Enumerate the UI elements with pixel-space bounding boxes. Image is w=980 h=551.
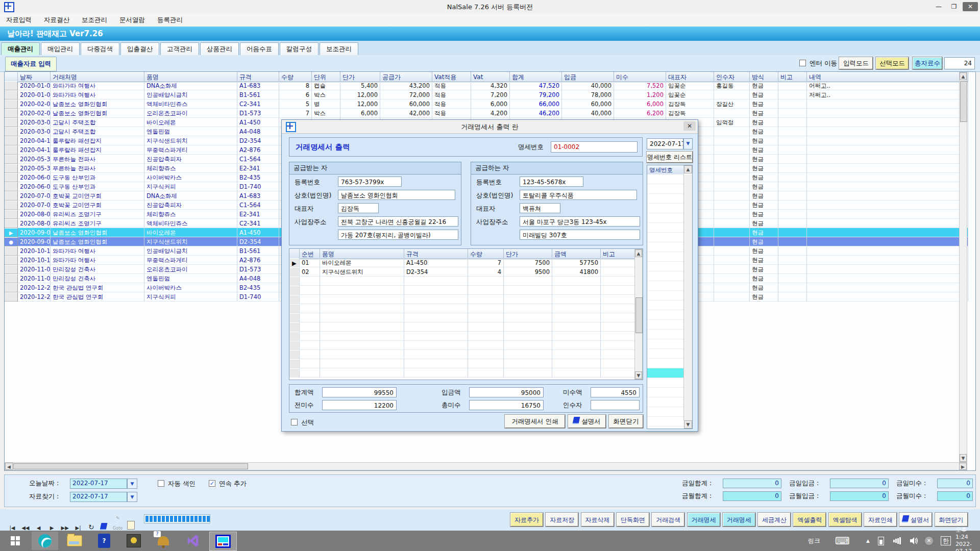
- statement-list-item[interactable]: [647, 388, 684, 397]
- grid-cell[interactable]: 7: [279, 109, 312, 118]
- tray-keyboard-icon[interactable]: ⌨: [835, 531, 850, 551]
- grid-cell[interactable]: 60,000: [380, 99, 432, 109]
- grid-cell[interactable]: 와따가따 여행사: [51, 90, 144, 99]
- grid-cell[interactable]: 체리향쥬스: [144, 210, 237, 219]
- grid-cell[interactable]: 박스: [312, 90, 340, 99]
- grid-cell[interactable]: 현금: [750, 228, 778, 237]
- grid-cell[interactable]: 와따가따 여행사: [51, 81, 144, 90]
- grid-cell[interactable]: 유리씨즈 조명기구: [51, 210, 144, 219]
- grid-cell[interactable]: 호박꽃 교미연구회: [51, 201, 144, 210]
- items-cell[interactable]: [404, 277, 468, 286]
- grid-header-5[interactable]: 단위: [312, 72, 340, 82]
- toolbar-button-3[interactable]: 단독화면: [617, 513, 649, 527]
- grid-cell[interactable]: 푸른하늘 전파사: [51, 155, 144, 164]
- toolbar-button-8[interactable]: 엑셀출력: [793, 513, 826, 527]
- items-cell[interactable]: [320, 359, 404, 368]
- grid-cell[interactable]: 병: [312, 99, 340, 109]
- grid-cell[interactable]: 4,200: [471, 109, 510, 118]
- statement-date-dropdown-icon[interactable]: ▼: [683, 138, 693, 149]
- grid-cell[interactable]: [807, 109, 968, 118]
- grid-header-10[interactable]: 합계: [510, 72, 562, 82]
- maximize-button[interactable]: ❐: [946, 2, 962, 11]
- grid-cell[interactable]: 박스: [312, 109, 340, 118]
- grid-cell[interactable]: [807, 164, 968, 173]
- tab-1[interactable]: 매입관리: [41, 42, 80, 56]
- items-cell[interactable]: [552, 295, 601, 304]
- grid-cell[interactable]: 현금: [750, 210, 778, 219]
- grid-cell[interactable]: 인공배양시금치: [144, 246, 237, 256]
- items-cell[interactable]: [601, 322, 635, 332]
- grid-hscrollbar[interactable]: ◀ ▶: [5, 462, 967, 470]
- grid-cell[interactable]: [714, 109, 750, 118]
- grid-cell[interactable]: 6,000: [340, 109, 380, 118]
- items-cell[interactable]: [468, 277, 504, 286]
- grid-cell[interactable]: 2020-09-05: [18, 228, 51, 237]
- items-row-selector[interactable]: [289, 332, 300, 341]
- row-selector[interactable]: [5, 109, 18, 118]
- tab-7[interactable]: 칼럼구성: [280, 42, 318, 56]
- items-cell[interactable]: [601, 286, 635, 295]
- row-selector[interactable]: ▶: [5, 228, 18, 237]
- grid-cell[interactable]: [714, 155, 750, 164]
- items-cell[interactable]: [404, 322, 468, 332]
- today-dropdown-icon[interactable]: ▼: [127, 479, 137, 489]
- items-cell[interactable]: [300, 341, 320, 350]
- row-selector[interactable]: [5, 155, 18, 164]
- row-selector[interactable]: [5, 173, 18, 182]
- grid-header-0[interactable]: 날짜: [18, 72, 51, 82]
- items-cell[interactable]: [601, 359, 635, 368]
- items-cell[interactable]: [468, 359, 504, 368]
- grid-cell[interactable]: [807, 274, 968, 283]
- grid-cell[interactable]: 40,000: [562, 109, 614, 118]
- statement-list-item[interactable]: [647, 378, 684, 388]
- grid-cell[interactable]: 1,200: [614, 90, 666, 99]
- items-cell[interactable]: [300, 277, 320, 286]
- grid-cell[interactable]: [778, 237, 807, 246]
- grid-header-9[interactable]: Vat: [471, 72, 510, 82]
- grid-cell[interactable]: 2020-12-24: [18, 292, 51, 302]
- seller-name-field[interactable]: 토탈리콜 우주식품: [520, 190, 637, 200]
- statement-list-item[interactable]: [647, 368, 684, 378]
- tab-sales-input[interactable]: 매출자료 입력: [5, 57, 57, 71]
- grid-cell[interactable]: [714, 136, 750, 145]
- grid-cell[interactable]: [714, 256, 750, 265]
- items-cell[interactable]: [404, 350, 468, 359]
- grid-cell[interactable]: 2020-11-02: [18, 265, 51, 274]
- grid-cell[interactable]: 현금: [750, 164, 778, 173]
- items-cell[interactable]: 지구식샌드위치: [320, 267, 404, 277]
- grid-cell[interactable]: [714, 228, 750, 237]
- grid-cell[interactable]: [714, 283, 750, 292]
- grid-cell[interactable]: 적용: [432, 99, 471, 109]
- grid-cell[interactable]: 2020-01-03: [18, 90, 51, 99]
- grid-cell[interactable]: 한국 관심법 연구회: [51, 283, 144, 292]
- grid-cell[interactable]: [714, 210, 750, 219]
- items-cell[interactable]: D2-354: [404, 267, 468, 277]
- statement-list-item[interactable]: [647, 233, 684, 242]
- seller-rep-field[interactable]: 백퓨쳐: [520, 203, 560, 213]
- grid-cell[interactable]: 김장독: [666, 109, 714, 118]
- items-cell[interactable]: [601, 304, 635, 313]
- grid-cell[interactable]: [807, 256, 968, 265]
- grid-header-8[interactable]: Vat적용: [432, 72, 471, 82]
- receiver-field[interactable]: [591, 400, 640, 410]
- grid-cell[interactable]: 현금: [750, 237, 778, 246]
- grid-cell[interactable]: 2020-09-05: [18, 237, 51, 246]
- items-row[interactable]: [289, 368, 643, 378]
- grid-cell[interactable]: 룰루랄라 패션잡지: [51, 145, 144, 155]
- statement-list-item[interactable]: [647, 310, 684, 320]
- buyer-reg-field[interactable]: 763-57-3799x: [338, 177, 402, 187]
- grid-cell[interactable]: D2-354: [237, 136, 279, 145]
- grid-cell[interactable]: 78,000: [562, 90, 614, 99]
- dialog-close-button[interactable]: 화면닫기: [609, 415, 643, 428]
- grid-cell[interactable]: 임꽃순: [666, 90, 714, 99]
- grid-cell[interactable]: 12,000: [340, 90, 380, 99]
- grid-cell[interactable]: 지구식샌드위치: [144, 237, 237, 246]
- items-row-selector[interactable]: [289, 350, 300, 359]
- items-cell[interactable]: [504, 286, 552, 295]
- toolbar-button-5[interactable]: 거래명세: [688, 513, 720, 527]
- statement-list-button[interactable]: 명세번호 리스트: [647, 152, 693, 163]
- items-cell[interactable]: [320, 277, 404, 286]
- items-cell[interactable]: [601, 332, 635, 341]
- items-row-selector[interactable]: ▶: [289, 258, 300, 267]
- grid-cell[interactable]: [778, 99, 807, 109]
